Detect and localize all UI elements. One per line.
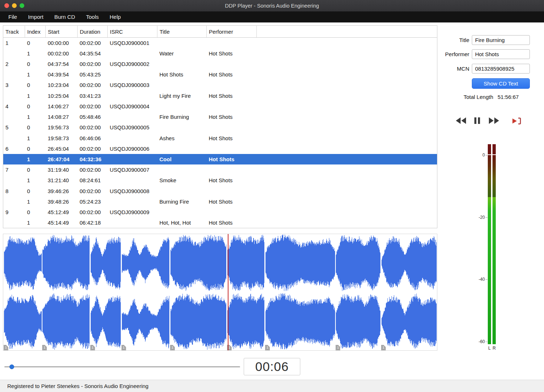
- track-row[interactable]: 2004:37:5400:02:00USQDJ0900002: [3, 59, 437, 69]
- meter-tick: [486, 342, 487, 342]
- track-row[interactable]: 4014:06:2700:02:00USQDJ0900004: [3, 101, 437, 112]
- waveform-canvas[interactable]: [3, 234, 437, 350]
- level-meter-left-bar: [488, 144, 491, 344]
- title-field-row: Title: [439, 35, 533, 45]
- column-header-filler: [257, 26, 437, 38]
- show-cd-text-button[interactable]: Show CD Text: [472, 78, 530, 89]
- track-row[interactable]: 7031:19:4000:02:00USQDJ0900007: [3, 164, 437, 175]
- track-row[interactable]: 104:39:5405:43:25Hot ShotsHot Shots: [3, 69, 437, 80]
- column-header-start[interactable]: Start: [46, 26, 78, 38]
- app-window: DDP Player - Sonoris Audio Engineering F…: [0, 0, 544, 392]
- playhead[interactable]: [228, 234, 228, 350]
- menu-item-help[interactable]: Help: [104, 12, 126, 22]
- total-length-label: Total Length: [439, 94, 493, 100]
- mcn-field-row: MCN: [439, 64, 533, 74]
- performer-label: Performer: [439, 49, 469, 59]
- track-row[interactable]: 131:21:4008:24:61SmokeHot Shots: [3, 175, 437, 185]
- track-row[interactable]: 145:14:4906:42:18Hot, Hot, HotHot Shots: [3, 217, 437, 228]
- track-row[interactable]: 119:58:7306:46:06AshesHot Shots: [3, 133, 437, 143]
- title-input[interactable]: [472, 35, 530, 45]
- play-to-marker-button[interactable]: [511, 117, 523, 126]
- seek-slider[interactable]: [3, 363, 242, 371]
- rewind-button[interactable]: [456, 117, 467, 126]
- track-row[interactable]: 1000:00:0000:02:00USQDJ0900001: [3, 38, 437, 48]
- track-row[interactable]: 126:47:0404:32:36CoolHot Shots: [3, 154, 437, 164]
- meter-right-channel-label: R: [493, 346, 496, 351]
- column-header-isrc[interactable]: ISRC: [108, 26, 157, 38]
- column-header-track[interactable]: Track: [3, 26, 25, 38]
- title-label: Title: [439, 35, 469, 45]
- menubar: FileImportBurn CDToolsHelp: [0, 12, 544, 22]
- title-bar: DDP Player - Sonoris Audio Engineering: [0, 0, 544, 12]
- track-row[interactable]: 9045:12:4900:02:00USQDJ0900009: [3, 207, 437, 217]
- track-row[interactable]: 100:02:0004:35:54WaterHot Shots: [3, 48, 437, 59]
- fast-forward-button[interactable]: [488, 117, 499, 126]
- close-button[interactable]: [4, 3, 9, 8]
- performer-input[interactable]: [472, 49, 530, 59]
- slider-track[interactable]: [4, 366, 240, 367]
- status-bar: Registered to Pieter Stenekes - Sonoris …: [0, 380, 544, 392]
- window-controls: [4, 3, 24, 8]
- meter-unlit-right: [493, 144, 496, 197]
- track-row[interactable]: 5019:56:7300:02:00USQDJ0900005: [3, 122, 437, 133]
- level-meter-right-bar: [493, 144, 496, 344]
- pause-icon: [473, 120, 481, 126]
- window-title: DDP Player - Sonoris Audio Engineering: [225, 3, 319, 9]
- mcn-input[interactable]: [472, 64, 530, 74]
- meter-left-channel-label: L: [488, 346, 491, 351]
- menu-item-burn-cd[interactable]: Burn CD: [49, 12, 81, 22]
- column-header-title[interactable]: Title: [157, 26, 207, 38]
- registration-text: Registered to Pieter Stenekes - Sonoris …: [7, 383, 148, 389]
- zoom-button[interactable]: [20, 3, 24, 8]
- track-row[interactable]: 110:25:0403:41:23Light my FireHot Shots: [3, 91, 437, 101]
- performer-field-row: Performer: [439, 49, 533, 59]
- minimize-button[interactable]: [12, 3, 17, 8]
- total-length-row: Total Length 51:56:67: [439, 94, 533, 101]
- time-display: 00:06: [244, 358, 300, 375]
- pause-button[interactable]: [473, 117, 481, 126]
- table-header-row: TrackIndexStartDurationISRCTitlePerforme…: [3, 26, 437, 38]
- menu-item-import[interactable]: Import: [22, 12, 49, 22]
- column-header-performer[interactable]: Performer: [207, 26, 257, 38]
- meter-db-label: -20: [470, 215, 485, 220]
- meter-db-label: 0: [470, 153, 485, 158]
- meter-tick: [486, 279, 487, 280]
- total-length-value: 51:56:67: [498, 94, 519, 100]
- track-row[interactable]: 6026:45:0400:02:00USQDJ0900006: [3, 143, 437, 154]
- track-row[interactable]: 139:48:2605:24:23Burning FireHot Shots: [3, 196, 437, 207]
- menu-item-file[interactable]: File: [3, 12, 22, 22]
- track-row[interactable]: 8039:46:2600:02:00USQDJ0900008: [3, 186, 437, 196]
- meter-tick: [486, 155, 487, 155]
- meter-unlit-left: [488, 144, 491, 197]
- mcn-label: MCN: [439, 64, 469, 74]
- track-table: TrackIndexStartDurationISRCTitlePerforme…: [3, 25, 437, 228]
- track-row[interactable]: 3010:23:0400:02:00USQDJ0900003: [3, 80, 437, 90]
- column-header-index[interactable]: Index: [25, 26, 46, 38]
- meter-tick: [486, 217, 487, 218]
- slider-thumb[interactable]: [9, 364, 14, 369]
- play-to-marker-icon: [511, 121, 523, 126]
- meter-db-label: -60: [470, 339, 485, 344]
- transport-controls: [439, 117, 543, 129]
- cd-text-panel: Title Performer MCN Show CD Text Total L…: [439, 25, 543, 355]
- track-row[interactable]: 114:08:2705:48:46Fire BurningHot Shots: [3, 112, 437, 122]
- meter-zero-mark: [493, 154, 496, 155]
- meter-db-label: -40: [470, 277, 485, 282]
- column-header-duration[interactable]: Duration: [78, 26, 108, 38]
- waveform-display: 111111111: [3, 234, 437, 351]
- fast-forward-icon: [488, 120, 499, 126]
- rewind-icon: [456, 120, 467, 126]
- meter-zero-mark: [488, 154, 491, 155]
- menu-item-tools[interactable]: Tools: [81, 12, 104, 22]
